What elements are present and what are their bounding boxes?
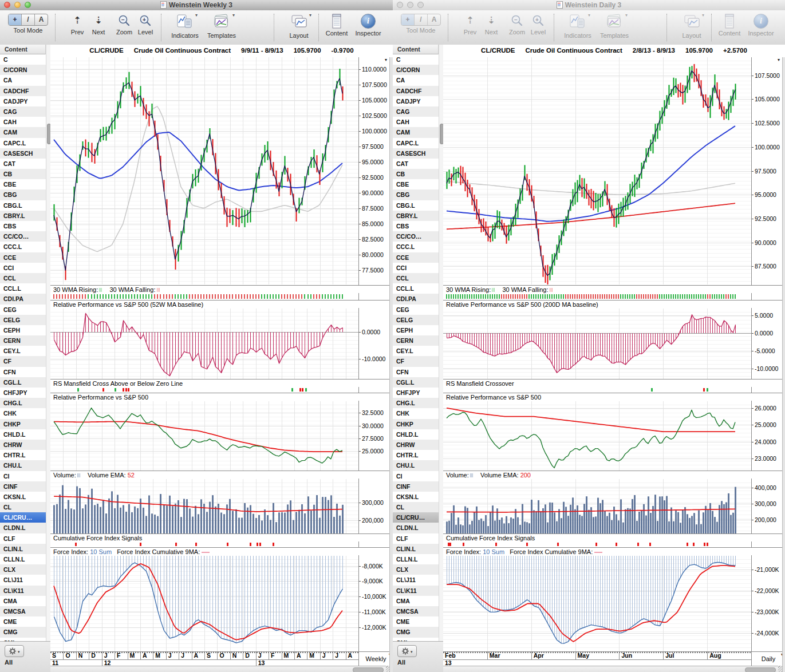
wma-ticks-strip[interactable] bbox=[443, 294, 751, 300]
list-item-symbol[interactable]: CMG bbox=[0, 627, 46, 637]
list-item-symbol[interactable]: CBG.L bbox=[393, 200, 439, 211]
list-item-symbol[interactable]: CMA bbox=[393, 596, 439, 606]
list-item-symbol[interactable]: CMA bbox=[0, 596, 46, 606]
list-item-symbol[interactable]: CADJPY bbox=[393, 96, 439, 106]
list-item-symbol[interactable]: CL\J11 bbox=[393, 575, 439, 585]
list-item-symbol[interactable]: CL bbox=[393, 502, 439, 512]
list-item-symbol[interactable]: CCE bbox=[0, 252, 46, 263]
list-item-symbol[interactable]: CADJPY bbox=[0, 96, 46, 106]
list-item-symbol[interactable]: CHK bbox=[0, 408, 46, 418]
mansfield-marks-strip[interactable] bbox=[443, 388, 751, 393]
list-item-symbol[interactable]: CLF bbox=[0, 533, 46, 544]
mansfield-marks-strip[interactable] bbox=[50, 388, 358, 393]
rs-histogram-plot[interactable] bbox=[443, 309, 751, 379]
list-item-symbol[interactable]: CBG bbox=[0, 189, 46, 200]
list-item-symbol[interactable]: CEG bbox=[393, 305, 439, 315]
list-item-symbol[interactable]: CAM bbox=[0, 127, 46, 137]
list-item-symbol[interactable]: CBRY.L bbox=[393, 211, 439, 221]
list-item-symbol[interactable]: CAT bbox=[0, 159, 46, 169]
list-item-symbol[interactable]: CI bbox=[0, 471, 46, 481]
list-item-symbol[interactable]: C/CORN bbox=[393, 65, 439, 75]
list-item-symbol[interactable]: CHTR.L bbox=[0, 450, 46, 460]
next-button[interactable]: ⇣Next bbox=[89, 14, 108, 35]
list-item-symbol[interactable]: CEPH bbox=[0, 325, 46, 335]
list-item-symbol[interactable]: CKSN.L bbox=[393, 492, 439, 502]
gear-action-button[interactable]: ▾ bbox=[5, 645, 24, 657]
zoom-level-button[interactable]: +Level bbox=[528, 14, 548, 35]
list-item-symbol[interactable]: CMG bbox=[393, 627, 439, 637]
symbol-list[interactable]: CC/CORNCACADCHFCADJPYCAGCAHCAMCAPC.LCASE… bbox=[0, 54, 46, 641]
trendline-tool-button[interactable]: / bbox=[21, 14, 34, 25]
list-item-symbol[interactable]: CELG bbox=[393, 315, 439, 325]
list-item-symbol[interactable]: CC/CO… bbox=[0, 231, 46, 242]
list-item-symbol[interactable]: CHFJPY bbox=[0, 388, 46, 398]
symbol-list[interactable]: CC/CORNCACADCHFCADJPYCAGCAHCAMCAPC.LCASE… bbox=[393, 54, 439, 641]
list-item-symbol[interactable]: CAM bbox=[393, 127, 439, 137]
list-item-symbol[interactable]: CELG bbox=[0, 315, 46, 325]
list-item-symbol[interactable]: CLX bbox=[0, 564, 46, 575]
zoom-level-button[interactable]: +Level bbox=[136, 14, 155, 35]
price-plot[interactable] bbox=[443, 57, 751, 284]
list-item-symbol[interactable]: CHG.L bbox=[0, 398, 46, 408]
list-item-symbol[interactable]: CINF bbox=[393, 481, 439, 492]
rp-line-plot[interactable] bbox=[50, 401, 358, 471]
list-item-symbol[interactable]: CL bbox=[0, 502, 46, 512]
list-item-symbol[interactable]: CAT bbox=[393, 159, 439, 169]
list-item-symbol[interactable]: CB bbox=[393, 169, 439, 179]
list-item-symbol[interactable]: CASESCH bbox=[0, 148, 46, 159]
text-tool-button[interactable]: A bbox=[427, 14, 440, 25]
inspector-button[interactable]: iInspector bbox=[353, 14, 384, 37]
list-item-symbol[interactable]: CL\K11 bbox=[0, 586, 46, 596]
list-item-symbol[interactable]: C bbox=[393, 54, 439, 65]
list-item-symbol[interactable]: CDI.PA bbox=[393, 294, 439, 304]
force-index-plot[interactable] bbox=[443, 556, 751, 651]
periodicity-dropdown[interactable]: Weekly▾ bbox=[358, 651, 393, 666]
list-item-symbol[interactable]: CCI bbox=[0, 263, 46, 273]
list-item-symbol[interactable]: CAPC.L bbox=[0, 138, 46, 148]
list-item-symbol[interactable]: CCL bbox=[0, 273, 46, 283]
list-item-symbol[interactable]: CADCHF bbox=[393, 86, 439, 96]
list-item-symbol[interactable]: CHG.L bbox=[393, 398, 439, 408]
list-item-symbol[interactable]: CAH bbox=[0, 117, 46, 127]
layout-button[interactable]: ▾Layout bbox=[285, 14, 313, 39]
list-item-symbol[interactable]: CL/CRU… bbox=[0, 512, 46, 523]
list-item-symbol[interactable]: CLIN.L bbox=[0, 544, 46, 554]
list-item-symbol[interactable]: CKSN.L bbox=[0, 492, 46, 502]
list-item-symbol[interactable]: CBG bbox=[393, 189, 439, 200]
list-item-symbol[interactable]: CBE bbox=[0, 179, 46, 189]
templates-button[interactable]: ▾Templates bbox=[205, 14, 238, 39]
list-item-symbol[interactable]: CCL bbox=[393, 273, 439, 283]
list-item-symbol[interactable]: CMCSA bbox=[0, 606, 46, 616]
list-item-symbol[interactable]: CHRW bbox=[393, 440, 439, 450]
trendline-tool-button[interactable]: / bbox=[414, 14, 427, 25]
horizontal-scrollbar[interactable] bbox=[50, 666, 393, 672]
zoom-out-button[interactable]: −Zoom bbox=[115, 14, 134, 35]
list-item-symbol[interactable]: CAPC.L bbox=[393, 138, 439, 148]
list-item-symbol[interactable]: CHU.L bbox=[0, 460, 46, 471]
list-item-symbol[interactable]: CLDN.L bbox=[393, 523, 439, 533]
force-index-plot[interactable] bbox=[50, 556, 358, 651]
list-item-symbol[interactable]: CAG bbox=[393, 106, 439, 117]
list-item-symbol[interactable]: CI bbox=[393, 471, 439, 481]
zoom-out-button[interactable]: −Zoom bbox=[507, 14, 527, 35]
list-item-symbol[interactable]: CHLD.L bbox=[393, 429, 439, 440]
text-tool-button[interactable]: A bbox=[34, 14, 48, 25]
periodicity-dropdown[interactable]: Daily▾ bbox=[751, 651, 785, 666]
sidebar-scrollbar[interactable] bbox=[439, 45, 443, 641]
rs-histogram-plot[interactable] bbox=[50, 309, 358, 379]
list-item-symbol[interactable]: CINF bbox=[0, 481, 46, 492]
list-item-symbol[interactable]: CC/CO… bbox=[393, 231, 439, 242]
hscroll-thumb[interactable] bbox=[745, 667, 776, 672]
list-item-symbol[interactable]: CGL.L bbox=[393, 377, 439, 388]
list-item-symbol[interactable]: CBE bbox=[393, 179, 439, 189]
inspector-button[interactable]: iInspector bbox=[745, 14, 776, 37]
list-item-symbol[interactable]: CEPH bbox=[393, 325, 439, 335]
tool-mode-segmented[interactable]: +/A bbox=[401, 14, 441, 26]
list-item-symbol[interactable]: CHK bbox=[393, 408, 439, 418]
list-item-symbol[interactable]: CHLD.L bbox=[0, 429, 46, 440]
list-item-symbol[interactable]: CHRW bbox=[0, 440, 46, 450]
panel-disclosure-icon[interactable]: ▾ bbox=[385, 57, 387, 63]
list-item-symbol[interactable]: CHTR.L bbox=[393, 450, 439, 460]
list-item-symbol[interactable]: CB bbox=[0, 169, 46, 179]
list-item-symbol[interactable]: CMCSA bbox=[393, 606, 439, 616]
